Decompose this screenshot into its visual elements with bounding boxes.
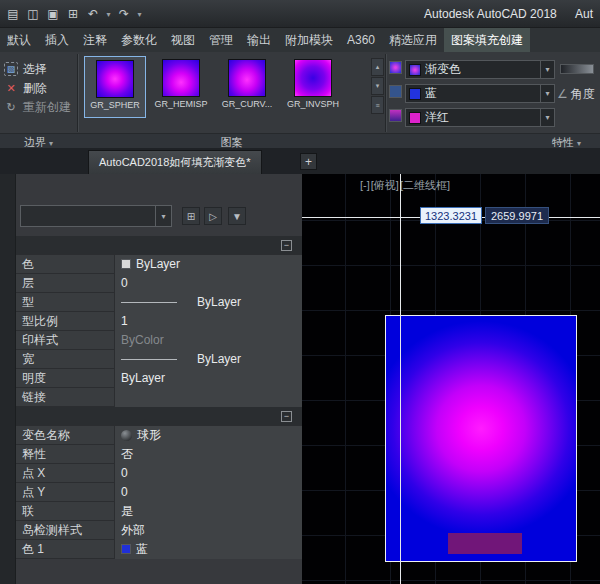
dynamic-input-x[interactable]: 1323.3231 — [420, 207, 482, 224]
property-label: 点 Y — [16, 484, 114, 501]
property-value-text: 否 — [121, 446, 133, 463]
chevron-down-icon[interactable]: ▾ — [540, 85, 554, 102]
tab-featured-apps[interactable]: 精选应用 — [382, 28, 444, 52]
gradient-tint-icon[interactable] — [389, 109, 402, 122]
property-value[interactable]: 0 — [114, 274, 302, 293]
gradient-swatch-icon — [409, 64, 421, 76]
pickadd-toggle-icon[interactable]: ⊞ — [182, 207, 200, 225]
hatch-type-dropdown[interactable]: 渐变色 ▾ — [405, 60, 555, 79]
delete-icon: ✕ — [4, 81, 18, 95]
select-objects-icon[interactable]: ▷ — [204, 207, 222, 225]
pattern-swatch-gr-invsph[interactable]: GR_INVSPH — [282, 56, 344, 118]
redo-icon[interactable]: ↷ — [115, 5, 133, 23]
drawing-canvas[interactable]: [-][俯视][二维线框] 1323.3231 2659.9971 — [302, 174, 600, 584]
hatch-color-icon[interactable] — [389, 85, 402, 98]
window-title: Autodesk AutoCAD 2018 — [424, 7, 557, 21]
chevron-down-icon: ▾ — [49, 139, 53, 148]
property-row-plot-style: 印样式 ByColor — [16, 331, 302, 350]
gallery-scroll-up-button[interactable]: ▴ — [371, 58, 384, 76]
redo-dropdown-icon[interactable]: ▾ — [135, 5, 144, 23]
transparency-slider-icon[interactable] — [560, 64, 594, 74]
property-value[interactable]: ByLayer — [114, 255, 302, 274]
property-value-text: ByLayer — [121, 371, 165, 385]
property-value[interactable]: ByLayer — [114, 350, 302, 369]
blue-color-swatch-icon — [409, 88, 421, 100]
drawing-tab[interactable]: AutoCAD2018如何填充渐变色* — [88, 150, 262, 174]
collapse-section-icon[interactable]: − — [281, 240, 292, 251]
save-icon[interactable]: ▣ — [44, 5, 62, 23]
property-row-island-detection: 岛检测样式 外部 — [16, 521, 302, 540]
gradient-color2-dropdown[interactable]: 洋红 ▾ — [405, 108, 555, 127]
palette-title-grip[interactable] — [0, 174, 16, 584]
tab-hatch-creation[interactable]: 图案填充创建 — [444, 28, 530, 52]
section-header-general[interactable]: − — [16, 236, 302, 255]
pattern-swatch-gr-curved[interactable]: GR_CURV... — [216, 56, 278, 118]
property-value[interactable]: 1 — [114, 312, 302, 331]
gradient-color1-dropdown[interactable]: 蓝 ▾ — [405, 84, 555, 103]
chevron-down-icon: ▾ — [577, 139, 581, 148]
tab-a360[interactable]: A360 — [340, 28, 382, 52]
tab-output[interactable]: 输出 — [240, 28, 278, 52]
property-value[interactable]: 0 — [114, 464, 302, 483]
property-value[interactable]: 外部 — [114, 521, 302, 540]
property-value[interactable]: 蓝 — [114, 540, 302, 559]
property-value[interactable]: ByLayer — [114, 293, 302, 312]
chevron-down-icon[interactable]: ▾ — [540, 61, 554, 78]
undo-icon[interactable]: ↶ — [84, 5, 102, 23]
property-row-color1: 色 1 蓝 — [16, 540, 302, 559]
property-value[interactable]: 球形 — [114, 426, 302, 445]
magenta-color-swatch-icon — [409, 112, 421, 124]
grid-line — [302, 580, 600, 581]
viewport-visual-style-control[interactable]: [二维线框] — [400, 179, 450, 191]
pattern-swatch-gr-hemisp[interactable]: GR_HEMISP — [150, 56, 212, 118]
tab-manage[interactable]: 管理 — [202, 28, 240, 52]
gallery-scroll-down-button[interactable]: ▾ — [371, 77, 384, 95]
tab-default[interactable]: 默认 — [0, 28, 38, 52]
tab-parametric[interactable]: 参数化 — [114, 28, 164, 52]
pattern-swatch-label: GR_CURV... — [216, 99, 278, 109]
delete-boundary-button[interactable]: ✕ 删除 — [4, 79, 47, 97]
angle-label: 角度 — [571, 87, 595, 101]
chevron-down-icon[interactable]: ▾ — [155, 206, 171, 226]
plot-icon[interactable]: ⊞ — [64, 5, 82, 23]
property-row-hyperlink: 链接 — [16, 388, 302, 407]
property-value[interactable]: 是 — [114, 502, 302, 521]
chevron-down-icon[interactable]: ▾ — [540, 109, 554, 126]
property-value[interactable]: 0 — [114, 483, 302, 502]
property-value-text: 0 — [121, 485, 128, 499]
section-header-pattern[interactable]: − — [16, 407, 302, 426]
property-value[interactable] — [114, 388, 302, 407]
property-row-linetype-scale: 型比例 1 — [16, 312, 302, 331]
tab-insert[interactable]: 插入 — [38, 28, 76, 52]
viewport-menu-control[interactable]: [-] — [360, 179, 370, 191]
object-type-combo[interactable]: ▾ — [20, 205, 172, 227]
viewport-view-control[interactable]: [俯视] — [371, 179, 399, 191]
dynamic-input-y[interactable]: 2659.9971 — [485, 207, 549, 224]
gallery-expand-button[interactable]: ≡ — [371, 96, 384, 114]
property-value-text: ByLayer — [136, 257, 180, 271]
panel-label-strip: 边界▾ 图案 特性▾ — [0, 133, 600, 148]
app-menu-icon[interactable]: ▤ — [4, 5, 22, 23]
property-value[interactable]: 否 — [114, 445, 302, 464]
undo-dropdown-icon[interactable]: ▾ — [104, 5, 113, 23]
quick-select-icon[interactable]: ▼ — [228, 207, 246, 225]
open-icon[interactable]: ◫ — [24, 5, 42, 23]
hatch-type-icon[interactable] — [389, 61, 402, 74]
recreate-boundary-button[interactable]: ↻ 重新创建 — [4, 98, 71, 116]
property-value[interactable]: ByLayer — [114, 369, 302, 388]
new-drawing-tab-button[interactable]: + — [300, 153, 317, 170]
property-value-text: ByLayer — [197, 352, 241, 366]
property-row-linetype: 型 ByLayer — [16, 293, 302, 312]
panel-divider — [77, 54, 78, 132]
tab-view[interactable]: 视图 — [164, 28, 202, 52]
pattern-swatch-gr-spher[interactable]: GR_SPHER — [84, 56, 146, 118]
tab-addins[interactable]: 附加模块 — [278, 28, 340, 52]
property-value-text: 外部 — [121, 522, 145, 539]
property-label: 明度 — [16, 370, 114, 387]
gradient-hemisphere-thumbnail — [162, 59, 200, 97]
select-boundary-button[interactable]: ▧ 选择 — [4, 60, 47, 78]
delete-label: 删除 — [23, 80, 47, 97]
collapse-section-icon[interactable]: − — [281, 411, 292, 422]
gradient-hatch-rectangle[interactable] — [385, 315, 577, 562]
tab-annotate[interactable]: 注释 — [76, 28, 114, 52]
